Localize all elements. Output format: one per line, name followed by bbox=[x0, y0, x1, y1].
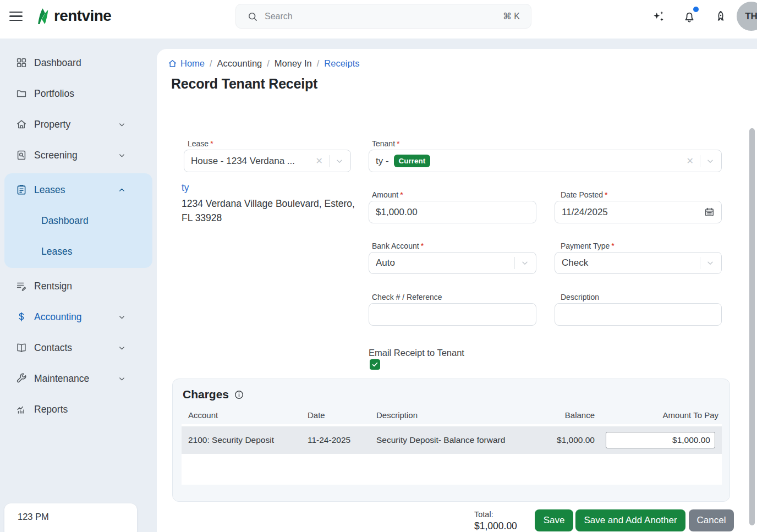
amount-label: Amount* bbox=[372, 190, 403, 199]
sidebar: Dashboard Portfolios Property Screening bbox=[0, 39, 157, 532]
check-reference-label: Check # / Reference bbox=[372, 293, 442, 301]
sidebar-subitem-leases[interactable]: Leases bbox=[4, 236, 152, 267]
clear-icon[interactable]: ✕ bbox=[685, 156, 695, 166]
sidebar-item-label: Leases bbox=[41, 246, 72, 257]
tenant-value: ty - bbox=[376, 156, 389, 167]
sidebar-item-portfolios[interactable]: Portfolios bbox=[0, 78, 157, 109]
cancel-button[interactable]: Cancel bbox=[689, 509, 734, 531]
description-input[interactable] bbox=[562, 309, 715, 320]
avatar[interactable]: TH bbox=[737, 2, 757, 31]
search-icon bbox=[247, 11, 258, 22]
check-reference-input[interactable] bbox=[376, 309, 529, 320]
column-header: Account bbox=[188, 410, 308, 420]
dashboard-grid-icon bbox=[15, 57, 28, 69]
sidebar-group-leases: Leases Dashboard Leases bbox=[4, 173, 152, 268]
sidebar-item-label: Contacts bbox=[34, 342, 72, 354]
scrollbar-thumb[interactable] bbox=[749, 128, 755, 525]
sign-pen-icon bbox=[15, 280, 28, 292]
breadcrumb-money-in[interactable]: Money In bbox=[275, 58, 312, 69]
date-posted-input[interactable] bbox=[562, 207, 704, 218]
ai-sparkle-icon[interactable] bbox=[651, 9, 666, 24]
wrench-icon bbox=[15, 372, 28, 385]
charge-description: Security Deposit- Balance forward bbox=[376, 435, 540, 445]
sidebar-item-accounting[interactable]: Accounting bbox=[0, 301, 157, 332]
chevron-down-icon bbox=[118, 151, 126, 160]
charges-table-header: Account Date Description Balance Amount … bbox=[173, 410, 729, 420]
charge-account: 2100: Security Deposit bbox=[188, 435, 308, 445]
sidebar-item-screening[interactable]: Screening bbox=[0, 140, 157, 171]
sidebar-item-rentsign[interactable]: Rentsign bbox=[0, 271, 157, 301]
payment-type-value: Check bbox=[562, 257, 695, 268]
select-divider bbox=[329, 155, 330, 167]
breadcrumb-home[interactable]: Home bbox=[168, 58, 205, 69]
sidebar-item-reports[interactable]: Reports bbox=[0, 394, 157, 425]
brand-name: rentvine bbox=[54, 7, 111, 25]
amount-field-wrap bbox=[369, 201, 536, 223]
charge-date: 11-24-2025 bbox=[308, 435, 376, 445]
app-window: { "topbar": { "brand": "rentvine", "sear… bbox=[0, 0, 757, 532]
rentvine-leaf-icon bbox=[34, 6, 52, 26]
save-button[interactable]: Save bbox=[535, 509, 573, 531]
charges-table-body: 2100: Security Deposit 11-24-2025 Securi… bbox=[182, 424, 722, 485]
charge-balance: $1,000.00 bbox=[540, 435, 595, 445]
clear-icon[interactable]: ✕ bbox=[315, 156, 324, 166]
date-posted-label: Date Posted* bbox=[561, 190, 608, 199]
charges-panel: Charges Account Date Description Balance… bbox=[172, 379, 730, 502]
lease-select[interactable]: House - 1234 Verdana ... ✕ bbox=[184, 150, 351, 172]
amount-to-pay-input[interactable] bbox=[606, 432, 715, 448]
search-input[interactable]: Search ⌘ K bbox=[235, 4, 531, 29]
sidebar-item-contacts[interactable]: Contacts bbox=[0, 332, 157, 363]
total-label: Total: bbox=[474, 510, 493, 519]
sidebar-item-label: Screening bbox=[34, 150, 78, 161]
tenant-name-link[interactable]: ty bbox=[182, 182, 189, 194]
email-receipt-label: Email Receipt to Tenant bbox=[369, 348, 464, 358]
sidebar-item-label: Dashboard bbox=[41, 215, 89, 227]
chevron-down-icon[interactable] bbox=[706, 259, 715, 267]
breadcrumb-receipts[interactable]: Receipts bbox=[324, 58, 359, 69]
select-divider bbox=[700, 155, 700, 167]
sidebar-subitem-dashboard[interactable]: Dashboard bbox=[4, 205, 152, 236]
sidebar-item-maintenance[interactable]: Maintenance bbox=[0, 363, 157, 394]
email-receipt-checkbox[interactable] bbox=[370, 359, 380, 370]
amount-input[interactable] bbox=[376, 207, 529, 218]
tenant-label: Tenant* bbox=[372, 139, 400, 148]
dollar-icon bbox=[15, 311, 28, 323]
brand-logo[interactable]: rentvine bbox=[34, 6, 111, 26]
chevron-down-icon[interactable] bbox=[706, 157, 715, 166]
charge-row: 2100: Security Deposit 11-24-2025 Securi… bbox=[182, 426, 722, 454]
breadcrumb-separator: / bbox=[267, 58, 270, 69]
clock-text: 123 PM bbox=[18, 512, 49, 522]
sidebar-item-label: Accounting bbox=[34, 311, 82, 323]
folder-icon bbox=[15, 87, 28, 100]
lease-label: Lease* bbox=[188, 139, 213, 148]
info-icon[interactable] bbox=[234, 390, 244, 400]
chevron-down-icon[interactable] bbox=[520, 259, 529, 267]
charge-amount-to-pay-cell bbox=[595, 432, 715, 448]
breadcrumb: Home / Accounting / Money In / Receipts bbox=[168, 58, 360, 69]
payment-type-label: Payment Type* bbox=[561, 242, 615, 250]
chevron-down-icon bbox=[118, 375, 126, 383]
tenant-status-badge: Current bbox=[394, 155, 431, 167]
tenant-select[interactable]: ty - Current ✕ bbox=[369, 150, 722, 172]
sidebar-item-label: Reports bbox=[34, 404, 68, 415]
check-icon bbox=[371, 361, 378, 368]
tenant-address: 1234 Verdana Village Boulevard, Estero, … bbox=[182, 196, 363, 225]
chevron-up-icon bbox=[118, 186, 126, 194]
chevron-down-icon[interactable] bbox=[335, 157, 344, 166]
payment-type-select[interactable]: Check bbox=[555, 252, 722, 274]
save-and-add-another-button[interactable]: Save and Add Another bbox=[575, 509, 685, 531]
total-value: $1,000.00 bbox=[474, 520, 517, 532]
breadcrumb-accounting[interactable]: Accounting bbox=[217, 58, 262, 69]
sidebar-item-property[interactable]: Property bbox=[0, 109, 157, 140]
menu-icon[interactable] bbox=[9, 12, 23, 21]
breadcrumb-home-label: Home bbox=[180, 58, 205, 69]
page-title: Record Tenant Receipt bbox=[171, 76, 317, 92]
clock-widget[interactable]: 123 PM bbox=[4, 503, 137, 532]
rocket-icon[interactable] bbox=[713, 9, 728, 24]
calendar-icon[interactable] bbox=[704, 207, 715, 217]
sidebar-item-leases[interactable]: Leases bbox=[4, 174, 152, 205]
bank-account-select[interactable]: Auto bbox=[369, 252, 536, 274]
sidebar-item-dashboard[interactable]: Dashboard bbox=[0, 47, 157, 78]
description-field-wrap bbox=[555, 303, 722, 326]
breadcrumb-separator: / bbox=[210, 58, 212, 69]
